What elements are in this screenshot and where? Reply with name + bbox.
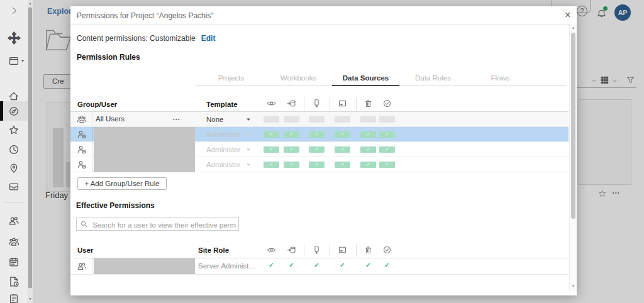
effective-permissions-search-input[interactable] <box>91 219 237 231</box>
template-header: Template <box>206 101 238 108</box>
capability-cell-unset[interactable] <box>379 116 395 123</box>
site-role-value: Server Administ... <box>198 262 255 270</box>
capability-cell-allowed[interactable]: ✓ <box>379 162 395 168</box>
capability-cell-allowed[interactable]: ✓ <box>360 131 376 138</box>
nav-shared-with-me-icon[interactable] <box>8 163 19 174</box>
download-capability-icon <box>338 245 347 255</box>
nav-collections-icon[interactable] <box>8 181 19 192</box>
allowed-check-icon: ✓ <box>379 262 395 268</box>
nav-site-status-icon[interactable] <box>8 293 19 303</box>
capability-cell-allowed[interactable]: ✓ <box>284 131 299 138</box>
group-user-header: Group/User <box>77 101 117 108</box>
tab-data-roles[interactable]: Data Roles <box>399 72 467 86</box>
set-permissions-capability-icon <box>382 99 392 108</box>
dialog-scrollbar-thumb[interactable] <box>571 33 575 219</box>
nav-recents-icon[interactable] <box>8 144 19 155</box>
capability-cell-allowed[interactable]: ✓ <box>264 131 279 138</box>
rule-row-all-users[interactable]: All Users ••• None <box>70 112 569 127</box>
capability-cell-allowed[interactable]: ✓ <box>264 162 279 168</box>
nav-schedules-icon[interactable] <box>8 256 19 268</box>
view-capability-icon <box>267 245 276 255</box>
row-icon-cell <box>70 258 93 274</box>
active-nav-indicator <box>0 101 3 121</box>
dialog-title: Permissions for Project “Angelos Pachis” <box>77 11 213 20</box>
scroll-down-icon[interactable]: ▼ <box>570 284 577 288</box>
capability-cell-allowed[interactable]: ✓ <box>335 162 350 168</box>
delete-capability-icon <box>364 99 373 108</box>
tab-data-sources[interactable]: Data Sources <box>332 72 399 86</box>
permission-tabs: Projects Workbooks Data Sources Data Rol… <box>197 72 534 86</box>
nav-groups-icon[interactable] <box>8 216 19 227</box>
capability-group-divider <box>356 97 357 110</box>
users-icon <box>77 262 87 272</box>
content-switcher-caret-icon[interactable] <box>20 58 25 63</box>
nav-home-icon[interactable] <box>8 91 19 102</box>
sidebar-expand-icon[interactable] <box>10 6 19 15</box>
connect-capability-icon <box>287 245 296 255</box>
content-switcher-icon[interactable] <box>8 55 19 67</box>
effective-permissions-heading: Effective Permissions <box>76 201 155 210</box>
download-capability-icon <box>338 99 347 108</box>
set-permissions-capability-icon <box>382 245 392 255</box>
scroll-up-icon[interactable]: ▲ <box>570 26 577 30</box>
permissions-dialog: Permissions for Project “Angelos Pachis”… <box>70 6 577 295</box>
nav-users-icon[interactable] <box>8 236 19 248</box>
search-icon <box>80 220 88 228</box>
add-group-user-rule-button[interactable]: + Add Group/User Rule <box>77 177 167 190</box>
sidebar-divider <box>4 202 24 203</box>
capability-cell-allowed[interactable]: ✓ <box>264 146 279 153</box>
delete-capability-icon <box>364 245 373 255</box>
left-navigation-sidebar: ▲ ▼ <box>0 0 33 303</box>
capability-cell-unset[interactable] <box>360 116 376 123</box>
allowed-check-icon: ✓ <box>264 262 279 268</box>
tab-workbooks[interactable]: Workbooks <box>265 72 332 86</box>
capability-group-divider <box>330 97 330 110</box>
capability-cell-allowed[interactable]: ✓ <box>335 131 350 138</box>
capability-group-divider <box>356 244 357 256</box>
nav-explore-icon[interactable] <box>8 106 19 117</box>
capability-cell-allowed[interactable]: ✓ <box>284 146 299 153</box>
site-role-header: Site Role <box>198 246 229 254</box>
capability-cell-allowed[interactable]: ✓ <box>379 146 395 153</box>
user-header: User <box>77 246 94 254</box>
nav-jobs-icon[interactable] <box>8 276 19 287</box>
tableau-logo-icon[interactable] <box>8 31 21 45</box>
capability-cell-allowed[interactable]: ✓ <box>284 162 299 168</box>
close-icon[interactable]: × <box>565 9 570 21</box>
save-capability-icon <box>312 245 321 255</box>
allowed-check-icon: ✓ <box>309 262 325 268</box>
allowed-check-icon: ✓ <box>284 262 299 268</box>
tab-flows[interactable]: Flows <box>467 72 534 86</box>
view-capability-icon <box>267 99 276 108</box>
scroll-down-icon[interactable]: ▼ <box>28 297 33 300</box>
dialog-scrollbar[interactable]: ▲ ▼ <box>569 24 577 292</box>
redacted-user-names <box>94 127 195 172</box>
effective-permissions-search <box>76 218 239 231</box>
connect-capability-icon <box>287 99 296 108</box>
content-permissions-label: Content permissions: CustomizableEdit <box>77 34 215 43</box>
capability-cell-allowed[interactable]: ✓ <box>379 131 395 138</box>
allowed-check-icon: ✓ <box>360 262 376 268</box>
capability-cell-allowed[interactable]: ✓ <box>309 162 325 168</box>
capability-cell-unset[interactable] <box>309 116 325 123</box>
save-capability-icon <box>312 99 321 108</box>
tab-projects[interactable]: Projects <box>197 72 265 86</box>
capability-group-divider <box>304 97 304 110</box>
capability-cell-unset[interactable] <box>264 116 279 123</box>
scroll-up-icon[interactable]: ▲ <box>28 1 33 5</box>
capability-cell-allowed[interactable]: ✓ <box>335 146 350 153</box>
allowed-check-icon: ✓ <box>335 262 350 268</box>
nav-favorites-icon[interactable] <box>8 124 19 136</box>
content-permissions-text: Content permissions: Customizable <box>77 34 196 43</box>
capability-cell-allowed[interactable]: ✓ <box>360 146 376 153</box>
permission-rules-heading: Permission Rules <box>77 53 140 62</box>
capability-cell-allowed[interactable]: ✓ <box>309 131 325 138</box>
capability-group-divider <box>304 244 304 256</box>
sidebar-scrollbar-thumb[interactable] <box>28 8 32 288</box>
redacted-user-name <box>94 258 195 274</box>
capability-cell-allowed[interactable]: ✓ <box>309 146 325 153</box>
capability-cell-unset[interactable] <box>284 116 299 123</box>
capability-cell-allowed[interactable]: ✓ <box>360 162 376 168</box>
edit-link[interactable]: Edit <box>201 34 216 43</box>
capability-cell-unset[interactable] <box>335 116 350 123</box>
